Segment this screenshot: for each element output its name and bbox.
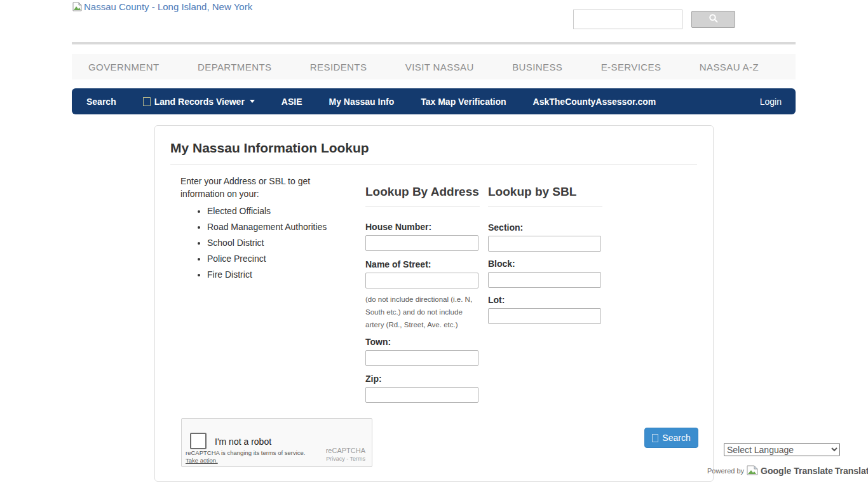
page-title: My Nassau Information Lookup — [170, 140, 697, 165]
nav-departments[interactable]: DEPARTMENTS — [198, 62, 271, 72]
section-input[interactable] — [488, 236, 601, 252]
lookup-search-button[interactable]: Search — [644, 428, 698, 448]
recaptcha-label: I'm not a robot — [215, 437, 271, 447]
missing-glyph-icon — [143, 97, 151, 106]
chevron-down-icon — [250, 100, 255, 103]
language-select[interactable]: Select Language — [724, 443, 840, 456]
navy-nav-my-nassau-info[interactable]: My Nassau Info — [329, 97, 395, 107]
secondary-nav: Search Land Records Viewer ASIE My Nassa… — [72, 88, 796, 114]
nav-visit-nassau[interactable]: VISIT NASSAU — [405, 62, 474, 72]
street-name-note: (do not include directional (i.e. N, Sou… — [365, 293, 480, 331]
broken-image-icon — [746, 464, 759, 476]
section-label: Section: — [488, 222, 602, 233]
nav-government[interactable]: GOVERNMENT — [88, 62, 159, 72]
navy-nav-land-records-viewer[interactable]: Land Records Viewer — [143, 97, 255, 107]
recaptcha-privacy-link[interactable]: Privacy — [326, 456, 345, 462]
town-label: Town: — [365, 337, 480, 347]
nav-e-services[interactable]: E-SERVICES — [601, 62, 661, 72]
list-item: Fire District — [207, 268, 339, 281]
navy-nav-tax-map-verification[interactable]: Tax Map Verification — [421, 97, 506, 107]
login-link[interactable]: Login — [760, 97, 782, 107]
block-input[interactable] — [488, 272, 601, 288]
missing-glyph-icon — [652, 434, 658, 442]
site-logo-alt-text: Nassau County - Long Island, New York — [84, 1, 252, 12]
zip-label: Zip: — [365, 374, 480, 384]
house-number-input[interactable] — [365, 235, 478, 251]
list-item: Road Management Authorities — [207, 220, 339, 233]
recaptcha-terms-link[interactable]: Terms — [350, 456, 366, 462]
google-translate-alt-text: Google Translate — [761, 466, 833, 476]
nav-business[interactable]: BUSINESS — [512, 62, 562, 72]
sbl-section-heading: Lookup by SBL — [488, 182, 602, 207]
recaptcha-notice: reCAPTCHA is changing its terms of servi… — [186, 450, 305, 456]
search-icon — [709, 13, 719, 26]
block-label: Block: — [488, 259, 602, 269]
address-section-heading: Lookup By Address — [365, 182, 480, 207]
lookup-by-address-section: Lookup By Address House Number: Name of … — [365, 182, 480, 403]
lookup-by-sbl-section: Lookup by SBL Section: Block: Lot: — [488, 182, 602, 324]
zip-input[interactable] — [365, 387, 478, 403]
house-number-label: House Number: — [365, 222, 480, 232]
recaptcha-checkbox[interactable] — [190, 433, 207, 449]
nav-nassau-a-z[interactable]: NASSAU A-Z — [700, 62, 759, 72]
list-item: School District — [207, 236, 339, 249]
powered-by-text: Powered by — [707, 467, 744, 476]
town-input[interactable] — [365, 350, 478, 366]
recaptcha-take-action-link[interactable]: Take action. — [186, 457, 218, 464]
lot-label: Lot: — [488, 295, 602, 305]
lot-input[interactable] — [488, 308, 601, 324]
google-translate-attribution: Powered by Google Translate Translate — [707, 464, 868, 476]
navy-nav-asie[interactable]: ASIE — [281, 97, 302, 107]
list-item: Police Precinct — [207, 252, 339, 265]
street-name-label: Name of Street: — [365, 259, 480, 269]
site-logo-link[interactable]: Nassau County - Long Island, New York — [72, 1, 252, 12]
site-search-button[interactable] — [691, 11, 735, 28]
site-search-input[interactable] — [573, 10, 682, 29]
lookup-card: My Nassau Information Lookup Enter your … — [154, 125, 714, 482]
recaptcha-widget: I'm not a robot reCAPTCHA is changing it… — [181, 418, 372, 467]
primary-nav: GOVERNMENT DEPARTMENTS RESIDENTS VISIT N… — [72, 54, 796, 79]
navy-nav-ask-assessor[interactable]: AskTheCountyAssessor.com — [533, 97, 656, 107]
recaptcha-brand: reCAPTCHA — [326, 447, 365, 454]
list-item: Elected Officials — [207, 205, 339, 217]
navy-nav-search[interactable]: Search — [86, 97, 116, 107]
header-divider — [72, 42, 796, 45]
intro-text: Enter your Address or SBL to get informa… — [180, 175, 339, 284]
nav-residents[interactable]: RESIDENTS — [310, 62, 367, 72]
translate-label[interactable]: Translate — [835, 466, 868, 476]
street-name-input[interactable] — [365, 273, 478, 288]
broken-image-icon — [72, 1, 83, 12]
recaptcha-links: Privacy - Terms — [326, 456, 365, 462]
lookup-info-list: Elected Officials Road Management Author… — [207, 205, 339, 281]
